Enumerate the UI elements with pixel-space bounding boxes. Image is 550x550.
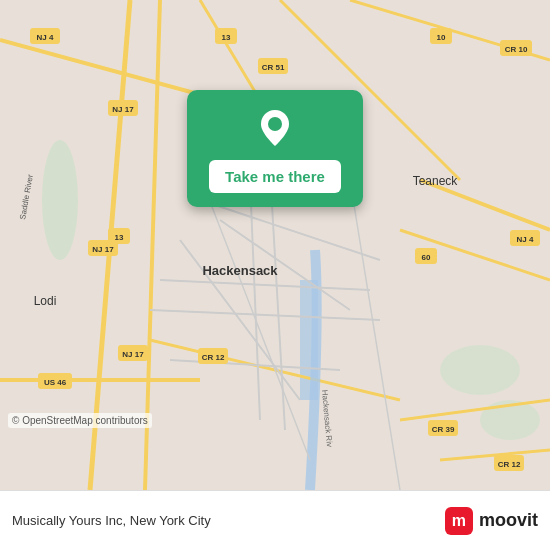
pin-icon [253,106,297,150]
svg-text:13: 13 [222,33,231,42]
svg-text:CR 12: CR 12 [498,460,521,469]
svg-text:CR 10: CR 10 [505,45,528,54]
osm-credit: © OpenStreetMap contributors [8,413,152,428]
moovit-logo: m moovit [445,507,538,535]
svg-text:NJ 4: NJ 4 [517,235,534,244]
svg-point-3 [440,345,520,395]
svg-text:13: 13 [115,233,124,242]
svg-text:Hackensack: Hackensack [202,263,278,278]
svg-text:NJ 4: NJ 4 [37,33,54,42]
svg-text:NJ 17: NJ 17 [112,105,134,114]
moovit-wordmark: moovit [479,510,538,531]
svg-text:Teaneck: Teaneck [413,174,459,188]
svg-text:Lodi: Lodi [34,294,57,308]
take-me-there-button[interactable]: Take me there [209,160,341,193]
svg-text:US 46: US 46 [44,378,67,387]
map-container: NJ 4 NJ 17 NJ 17 NJ 17 13 13 10 CR 51 CR… [0,0,550,490]
location-card: Take me there [187,90,363,207]
svg-text:CR 39: CR 39 [432,425,455,434]
bottom-bar: Musically Yours Inc, New York City m moo… [0,490,550,550]
svg-point-1 [42,140,78,260]
svg-point-63 [268,117,282,131]
svg-text:CR 51: CR 51 [262,63,285,72]
svg-text:NJ 17: NJ 17 [92,245,114,254]
location-name: Musically Yours Inc, New York City [12,513,445,528]
svg-text:10: 10 [437,33,446,42]
moovit-m-icon: m [445,507,473,535]
svg-text:NJ 17: NJ 17 [122,350,144,359]
svg-text:CR 12: CR 12 [202,353,225,362]
svg-text:60: 60 [422,253,431,262]
